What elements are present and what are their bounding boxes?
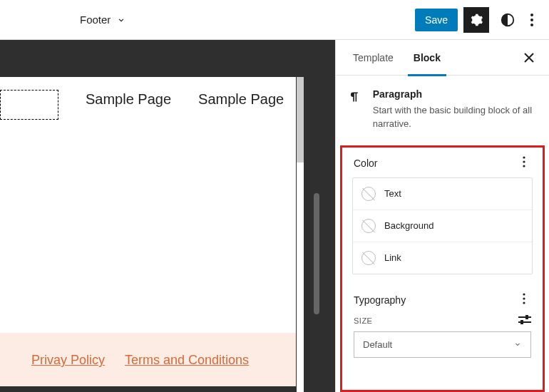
highlighted-panels: Color Text Background Link — [340, 145, 545, 392]
size-select[interactable]: Default — [354, 331, 531, 358]
kebab-icon — [530, 14, 533, 26]
tab-template[interactable]: Template — [347, 40, 399, 76]
styles-button[interactable] — [495, 7, 520, 33]
footer-link-terms[interactable]: Terms and Conditions — [125, 353, 249, 368]
inner-scrollbar-thumb[interactable] — [297, 77, 304, 163]
main-area: Sample Page Sample Page Privay Policy Te… — [0, 40, 549, 392]
footer-links: Privay Policy Terms and Conditions — [0, 333, 296, 386]
svg-point-5 — [523, 160, 525, 163]
svg-point-1 — [530, 14, 533, 16]
color-item-link[interactable]: Link — [353, 242, 532, 274]
canvas-document[interactable]: Sample Page Sample Page Privay Policy Te… — [0, 77, 296, 386]
block-title: Paragraph — [373, 88, 538, 100]
color-panel-menu[interactable] — [517, 156, 531, 170]
contrast-icon — [500, 12, 515, 28]
size-custom-toggle[interactable] — [518, 314, 531, 327]
size-row: SIZE — [348, 314, 537, 331]
editor-canvas[interactable]: Sample Page Sample Page Privay Policy Te… — [0, 40, 335, 392]
size-value: Default — [363, 339, 392, 350]
outer-scrollbar-thumb[interactable] — [314, 193, 319, 314]
top-bar: Footer Save — [0, 0, 549, 40]
kebab-icon — [523, 156, 525, 167]
color-item-background[interactable]: Background — [353, 210, 532, 242]
nav-link[interactable]: Sample Page — [86, 91, 171, 120]
settings-sidebar: Template Block Paragraph Start with the … — [335, 40, 549, 392]
color-label: Background — [384, 220, 433, 231]
more-menu-button[interactable] — [523, 7, 540, 33]
typography-panel-header: Typography — [348, 289, 537, 314]
size-label: SIZE — [354, 316, 372, 325]
svg-point-9 — [523, 301, 525, 304]
svg-point-7 — [523, 293, 525, 295]
color-panel-header: Color — [348, 152, 537, 177]
tab-block[interactable]: Block — [408, 40, 446, 76]
block-info: Paragraph Start with the basic building … — [336, 76, 549, 145]
document-title-dropdown[interactable]: Footer — [80, 14, 126, 26]
color-list: Text Background Link — [352, 177, 533, 274]
inner-scrollbar[interactable] — [297, 77, 304, 392]
svg-point-4 — [523, 156, 525, 158]
block-description: Start with the basic building block of a… — [373, 104, 538, 131]
sliders-icon — [518, 314, 531, 324]
typography-heading: Typography — [354, 294, 406, 306]
kebab-icon — [523, 293, 525, 304]
close-icon — [524, 53, 534, 63]
document-title: Footer — [80, 14, 111, 26]
nav-row: Sample Page Sample Page — [0, 77, 296, 120]
svg-point-6 — [523, 165, 525, 167]
svg-rect-13 — [520, 320, 523, 324]
color-label: Link — [384, 252, 401, 263]
typography-panel-menu[interactable] — [517, 293, 531, 307]
gear-icon — [469, 13, 483, 27]
footer-link-privacy[interactable]: Privay Policy — [31, 353, 105, 368]
svg-point-2 — [530, 19, 533, 21]
color-swatch-none — [361, 219, 376, 233]
color-label: Text — [384, 188, 401, 199]
color-swatch-none — [361, 187, 376, 201]
color-heading: Color — [354, 158, 377, 169]
close-sidebar-button[interactable] — [520, 49, 538, 66]
settings-button[interactable] — [463, 7, 489, 33]
chevron-down-icon — [116, 15, 126, 25]
svg-rect-11 — [525, 315, 528, 319]
nav-link[interactable]: Sample Page — [198, 91, 284, 120]
chevron-down-icon — [513, 340, 522, 349]
svg-point-8 — [523, 297, 525, 299]
save-button[interactable]: Save — [415, 9, 458, 31]
sidebar-tabs: Template Block — [336, 40, 549, 76]
empty-nav-placeholder[interactable] — [0, 90, 58, 120]
svg-point-3 — [530, 24, 533, 26]
paragraph-icon — [347, 88, 361, 105]
color-swatch-none — [361, 251, 376, 265]
color-item-text[interactable]: Text — [353, 178, 532, 210]
